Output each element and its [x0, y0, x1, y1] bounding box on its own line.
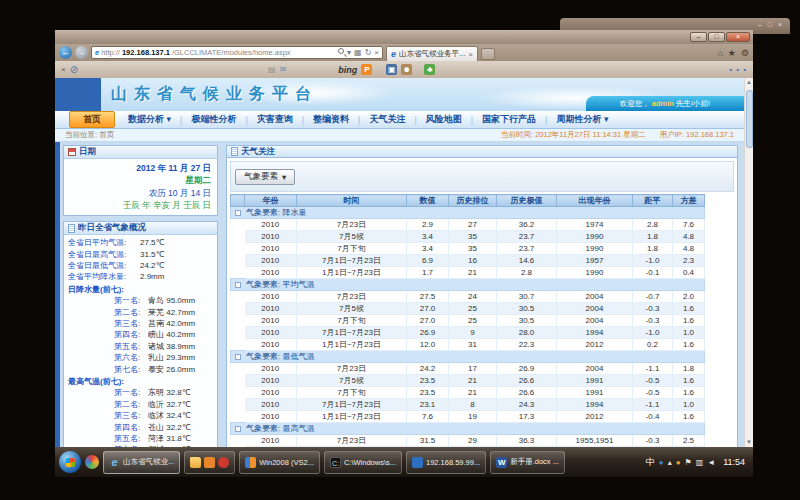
group-checkbox[interactable]: [235, 210, 241, 216]
stop-icon[interactable]: ×: [374, 48, 379, 57]
table-row[interactable]: 20107月23日2.92736.219742.87.6: [231, 219, 705, 231]
scroll-up-icon[interactable]: ▲: [745, 78, 753, 87]
start-button[interactable]: [59, 451, 81, 473]
group-checkbox[interactable]: [235, 282, 241, 288]
site-banner: 山东省气候业务平台 欢迎您， admin 先生/小姐!: [55, 78, 744, 111]
action-center-flag-icon[interactable]: ⚑: [684, 458, 691, 467]
nav-item-4[interactable]: 整编资料: [304, 113, 358, 126]
table-row[interactable]: 20101月1日~7月23日1.7212.81990-0.10.4: [231, 267, 705, 279]
compatibility-view-icon[interactable]: ▦: [354, 48, 362, 57]
toolbar-close-icon[interactable]: ×: [61, 65, 66, 74]
address-bar[interactable]: e http://192.168.137.1/GLCCLIMATE/module…: [91, 46, 383, 59]
row-lead-cell: [231, 435, 245, 447]
table-row[interactable]: 20101月1日~7月23日7.61917.32012-0.41.6: [231, 411, 705, 423]
taskbar-button-group[interactable]: [184, 451, 235, 474]
taskbar-button-word[interactable]: W新手册.docx ...: [490, 451, 565, 474]
person-icon[interactable]: ☻: [401, 64, 412, 75]
scroll-down-icon[interactable]: ▼: [745, 438, 753, 447]
document-icon: [68, 224, 75, 233]
nav-item-0[interactable]: 首页: [69, 111, 115, 128]
toolbar-stop-circle-icon[interactable]: ⊘: [70, 64, 78, 75]
group-checkbox[interactable]: [235, 426, 241, 432]
more-dots-icon[interactable]: • • •: [729, 65, 747, 74]
table-row[interactable]: 20107月1日~7月23日6.91614.61957-1.02.3: [231, 255, 705, 267]
table-row[interactable]: 20107月5候3.43523.719901.84.8: [231, 231, 705, 243]
nav-item-3[interactable]: 灾害查询: [248, 113, 302, 126]
blue-tray-icon[interactable]: ●: [659, 458, 664, 467]
back-button[interactable]: ←: [59, 46, 72, 59]
table-row[interactable]: 20107月23日27.52430.72004-0.72.0: [231, 291, 705, 303]
nav-item-6[interactable]: 风险地图: [417, 113, 471, 126]
table-row[interactable]: 20107月下旬27.02530.52004-0.31.6: [231, 315, 705, 327]
bing-logo[interactable]: bing: [338, 65, 357, 75]
table-row[interactable]: 20107月5候27.02530.52004-0.31.6: [231, 303, 705, 315]
cell: 26.6: [497, 387, 557, 399]
ranking-item: 第一名:东明 32.8℃: [68, 388, 213, 398]
tools-gear-icon[interactable]: ⚙: [741, 48, 749, 58]
cell: 2010: [245, 303, 297, 315]
weather-panel-title: 昨日全省气象概况: [78, 222, 146, 234]
table-row[interactable]: 20107月下旬3.43523.719901.84.8: [231, 243, 705, 255]
table-row[interactable]: 20107月1日~7月23日26.9928.01994-1.01.0: [231, 327, 705, 339]
orange-app-icon[interactable]: [204, 457, 215, 468]
forward-button[interactable]: →: [75, 46, 88, 59]
taskbar-button-vm[interactable]: Win2008 (VS2...: [239, 451, 320, 474]
table-row[interactable]: 20101月1日~7月23日12.03122.320120.21.6: [231, 339, 705, 351]
search-icon[interactable]: [338, 48, 344, 54]
taskbar-button-cmd[interactable]: C:C:\Windows\s...: [324, 451, 402, 474]
stat-label: 全省日平均气温:: [68, 238, 140, 248]
group-checkbox[interactable]: [235, 354, 241, 360]
camera-icon[interactable]: ▣: [386, 64, 397, 75]
cell: 8: [449, 399, 497, 411]
group-header-cell: 气象要素: 平均气温: [231, 279, 705, 291]
favorites-star-icon[interactable]: ★: [728, 48, 736, 58]
search-badge-icon[interactable]: P: [361, 64, 372, 75]
ime-indicator[interactable]: 中: [646, 456, 655, 469]
pinned-app-icon[interactable]: [85, 455, 99, 469]
table-row[interactable]: 20107月5候23.52126.61991-0.51.6: [231, 375, 705, 387]
maximize-button[interactable]: □: [708, 32, 725, 42]
cell: 31: [449, 339, 497, 351]
show-hidden-icon[interactable]: ▴: [668, 458, 672, 467]
volume-icon[interactable]: ◄: [707, 458, 715, 467]
row-lead-cell: [231, 255, 245, 267]
network-icon[interactable]: ▥: [696, 458, 704, 467]
cell: 2010: [245, 315, 297, 327]
green-widget-icon[interactable]: ♣: [424, 64, 435, 75]
nav-item-7[interactable]: 国家下行产品: [473, 113, 545, 126]
nav-item-8[interactable]: 周期性分析 ▾: [547, 113, 617, 126]
browser-tab[interactable]: e 山东省气候业务平... ×: [386, 46, 478, 61]
card-icon[interactable]: ▤: [268, 65, 276, 74]
cell: 2012: [557, 339, 633, 351]
scrollbar-thumb[interactable]: [746, 90, 753, 148]
taskbar-button-ie[interactable]: e山东省气候业...: [103, 451, 180, 474]
nav-item-5[interactable]: 天气关注: [360, 113, 414, 126]
cell: 23.5: [407, 387, 449, 399]
orange-tray-icon[interactable]: ●: [676, 458, 681, 467]
red-app-icon[interactable]: [218, 457, 229, 468]
weather-stat: 全省日平均气温:27.5℃: [68, 238, 213, 248]
mail-icon[interactable]: ✉: [280, 65, 287, 74]
nav-item-1[interactable]: 数据分析 ▾: [119, 113, 180, 126]
table-row[interactable]: 20107月23日24.21726.92004-1.11.8: [231, 363, 705, 375]
tab-close-icon[interactable]: ×: [468, 50, 473, 59]
taskbar-button-rdp[interactable]: 192.168.59.99...: [406, 451, 486, 474]
table-row[interactable]: 20107月1日~7月23日23.1824.31994-1.11.0: [231, 399, 705, 411]
table-row[interactable]: 20107月下旬23.52126.61991-0.51.6: [231, 387, 705, 399]
cell: 4.8: [673, 231, 705, 243]
refresh-icon[interactable]: ↻: [365, 48, 372, 57]
new-tab-button[interactable]: [481, 48, 495, 60]
element-dropdown-button[interactable]: 气象要素 ▾: [235, 169, 295, 185]
nav-item-2[interactable]: 极端性分析: [182, 113, 245, 126]
close-button[interactable]: ×: [726, 32, 750, 42]
page-scrollbar[interactable]: ▲ ▼: [744, 78, 753, 447]
cell: 2004: [557, 303, 633, 315]
folder-icon[interactable]: [190, 457, 201, 468]
home-icon[interactable]: ⌂: [717, 48, 722, 58]
cell: -0.1: [633, 267, 673, 279]
search-caret-icon[interactable]: ▾: [347, 48, 351, 57]
table-row[interactable]: 20107月23日31.52936.31955,1951-0.32.5: [231, 435, 705, 447]
taskbar-clock[interactable]: 11:54: [723, 457, 745, 467]
minimize-button[interactable]: –: [690, 32, 707, 42]
background-window-caption-buttons: – □ ×: [758, 21, 784, 28]
